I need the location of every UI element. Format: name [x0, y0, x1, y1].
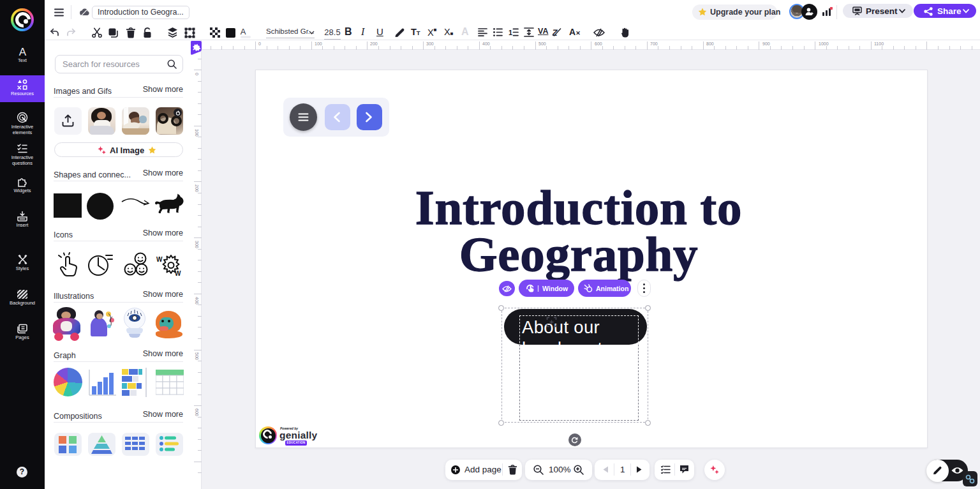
- svg-text:W: W: [156, 256, 163, 263]
- svg-text:W: W: [175, 270, 181, 277]
- svg-text:A: A: [19, 47, 26, 57]
- svg-text:Z: Z: [553, 27, 559, 37]
- svg-text:1: 1: [509, 29, 512, 36]
